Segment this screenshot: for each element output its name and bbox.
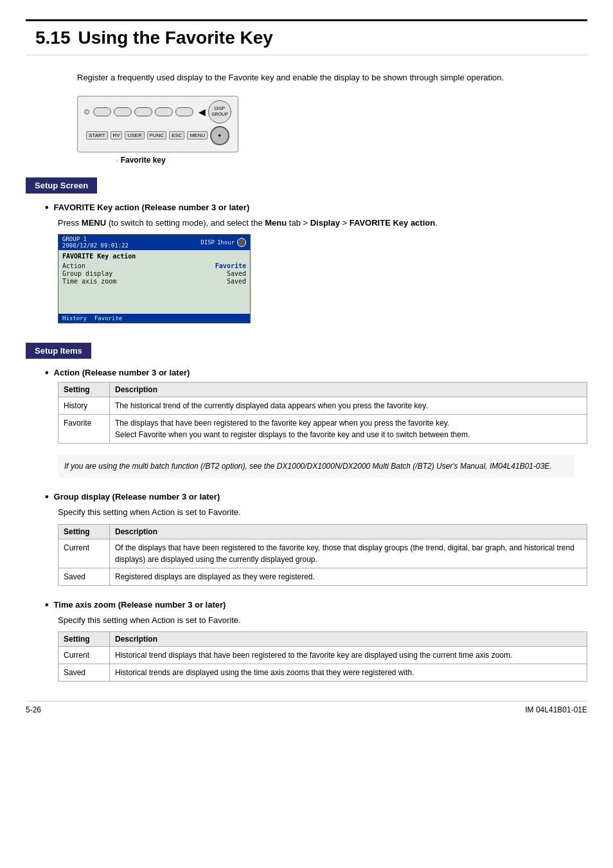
screen-body: FAVORITE Key action Action Favorite Grou… bbox=[58, 250, 250, 314]
screen-section-title: FAVORITE Key action bbox=[62, 253, 246, 260]
section-number: 5.15 bbox=[35, 28, 71, 48]
fav-key-action-heading: • FAVORITE Key action (Release number 3 … bbox=[45, 203, 587, 213]
action-desc-history: The historical trend of the currently di… bbox=[110, 397, 587, 415]
key-oval-4 bbox=[155, 107, 173, 116]
screen-row-time: Time axis zoom Saved bbox=[62, 278, 246, 285]
action-col-desc: Description bbox=[110, 383, 587, 397]
screen-circle-icon bbox=[237, 238, 246, 247]
time-axis-subsection: • Time axis zoom (Release number 3 or la… bbox=[45, 600, 587, 682]
fav-key-label-container: ↑ Favorite key bbox=[116, 155, 166, 165]
group-display-subsection: • Group display (Release number 3 or lat… bbox=[45, 492, 587, 586]
screen-row-action: Action Favorite bbox=[62, 262, 246, 269]
disp-key: DISPGROUP bbox=[208, 100, 231, 123]
table-row: Current Of the displays that have been r… bbox=[58, 539, 587, 568]
setup-items-content: • Action (Release number 3 or later) Set… bbox=[45, 368, 587, 682]
group-desc-current: Of the displays that have been registere… bbox=[110, 539, 587, 568]
rv-btn: RV bbox=[111, 131, 123, 140]
action-table: Setting Description History The historic… bbox=[58, 382, 587, 444]
bullet-dot-1: • bbox=[45, 203, 49, 213]
intro-text: Register a frequently used display to th… bbox=[77, 71, 587, 84]
screen-disp-icon: DISP bbox=[200, 239, 215, 246]
func-btn: FUNC bbox=[147, 131, 166, 140]
group-display-heading: • Group display (Release number 3 or lat… bbox=[45, 492, 587, 502]
action-setting-favorite: Favorite bbox=[58, 415, 110, 444]
time-setting-saved: Saved bbox=[58, 664, 110, 682]
screen-spacer bbox=[62, 285, 246, 311]
esc-btn: ESC bbox=[169, 131, 184, 140]
group-display-table-section: Setting Description Current Of the displ… bbox=[58, 524, 587, 586]
group-desc-saved: Registered displays are displayed as the… bbox=[110, 568, 587, 585]
key-oval-2 bbox=[114, 107, 132, 116]
nav-icon: ✦ bbox=[217, 132, 222, 139]
screen-footer: History Favorite bbox=[58, 314, 250, 323]
action-desc-favorite: The displays that have been registered t… bbox=[110, 415, 587, 444]
time-desc-current: Historical trend displays that have been… bbox=[110, 647, 587, 664]
time-axis-table-section: Setting Description Current Historical t… bbox=[58, 631, 587, 682]
group-display-header-row: Setting Description bbox=[58, 524, 587, 539]
fav-key-container: ◀ DISPGROUP START RV USER FUNC ESC MENU … bbox=[77, 96, 587, 165]
time-col-desc: Description bbox=[110, 632, 587, 647]
screen-label-group: Group display bbox=[62, 270, 112, 277]
key-row-bottom: START RV USER FUNC ESC MENU ✦ bbox=[86, 126, 229, 145]
key-panel: ◀ DISPGROUP START RV USER FUNC ESC MENU … bbox=[77, 96, 238, 152]
key-oval-1 bbox=[93, 107, 111, 116]
screen-datetime: 2008/12/02 09:01:22 bbox=[62, 242, 129, 249]
setup-items-badge: Setup Items bbox=[26, 343, 91, 359]
bullet-dot-3: • bbox=[45, 492, 49, 502]
bullet-dot-4: • bbox=[45, 600, 49, 610]
screen-value-group: Saved bbox=[227, 270, 246, 277]
arrow-icon: ◀ bbox=[199, 107, 206, 117]
screen-header-left: GROUP 1 2008/12/02 09:01:22 bbox=[62, 236, 129, 249]
bullet-dot-2: • bbox=[45, 368, 49, 378]
table-row: Saved Historical trends are displayed us… bbox=[58, 664, 587, 682]
page-footer: 5-26 IM 04L41B01-01E bbox=[26, 701, 587, 714]
time-axis-heading: • Time axis zoom (Release number 3 or la… bbox=[45, 600, 587, 610]
group-setting-current: Current bbox=[58, 539, 110, 568]
action-table-section: Setting Description History The historic… bbox=[58, 382, 587, 444]
screen-label-time: Time axis zoom bbox=[62, 278, 116, 285]
key-oval-5 bbox=[175, 107, 193, 116]
group-setting-saved: Saved bbox=[58, 568, 110, 585]
time-desc-saved: Historical trends are displayed using th… bbox=[110, 664, 587, 682]
screen-header-icons: DISP 1hour bbox=[200, 238, 246, 247]
screen-header: GROUP 1 2008/12/02 09:01:22 DISP 1hour bbox=[58, 235, 250, 250]
screen-group-label: GROUP 1 bbox=[62, 236, 129, 242]
time-setting-current: Current bbox=[58, 647, 110, 664]
key-row-top: ◀ DISPGROUP bbox=[84, 100, 231, 123]
section-title: Using the Favorite Key bbox=[78, 28, 273, 48]
instruction-text-1: Press MENU (to switch to setting mode), … bbox=[58, 217, 587, 230]
fav-key-image: ◀ DISPGROUP START RV USER FUNC ESC MENU … bbox=[77, 96, 238, 152]
setup-screen-content: • FAVORITE Key action (Release number 3 … bbox=[45, 203, 587, 324]
setup-screen-section: Setup Screen • FAVORITE Key action (Rele… bbox=[26, 177, 587, 324]
action-note: If you are using the multi batch functio… bbox=[58, 455, 574, 478]
setup-items-section: Setup Items • Action (Release number 3 o… bbox=[26, 343, 587, 682]
fav-key-pointer: ↑ bbox=[116, 158, 118, 164]
time-col-setting: Setting bbox=[58, 632, 110, 647]
action-subsection: • Action (Release number 3 or later) Set… bbox=[45, 368, 587, 478]
table-row: History The historical trend of the curr… bbox=[58, 397, 587, 415]
led-indicator bbox=[84, 109, 89, 114]
action-setting-history: History bbox=[58, 397, 110, 415]
setup-screen-badge: Setup Screen bbox=[26, 177, 97, 194]
group-col-desc: Description bbox=[110, 524, 587, 539]
screen-simulation: GROUP 1 2008/12/02 09:01:22 DISP 1hour F… bbox=[58, 234, 251, 323]
group-col-setting: Setting bbox=[58, 524, 110, 539]
table-row: Current Historical trend displays that h… bbox=[58, 647, 587, 664]
start-btn: START bbox=[86, 131, 107, 140]
action-col-setting: Setting bbox=[58, 383, 110, 397]
page-number: 5-26 bbox=[26, 705, 41, 714]
group-display-table: Setting Description Current Of the displ… bbox=[58, 524, 587, 586]
table-row: Saved Registered displays are displayed … bbox=[58, 568, 587, 585]
action-table-header-row: Setting Description bbox=[58, 383, 587, 397]
screen-value-action: Favorite bbox=[215, 262, 246, 269]
time-axis-table: Setting Description Current Historical t… bbox=[58, 631, 587, 682]
section-title-bar: 5.15 Using the Favorite Key bbox=[26, 19, 587, 55]
screen-row-group: Group display Saved bbox=[62, 270, 246, 277]
time-axis-header-row: Setting Description bbox=[58, 632, 587, 647]
action-heading: • Action (Release number 3 or later) bbox=[45, 368, 587, 378]
nav-key: ✦ bbox=[210, 126, 229, 145]
menu-btn: MENU bbox=[187, 131, 208, 140]
table-row: Favorite The displays that have been reg… bbox=[58, 415, 587, 444]
screen-tab-favorite: Favorite bbox=[94, 315, 122, 321]
user-btn: USER bbox=[125, 131, 144, 140]
